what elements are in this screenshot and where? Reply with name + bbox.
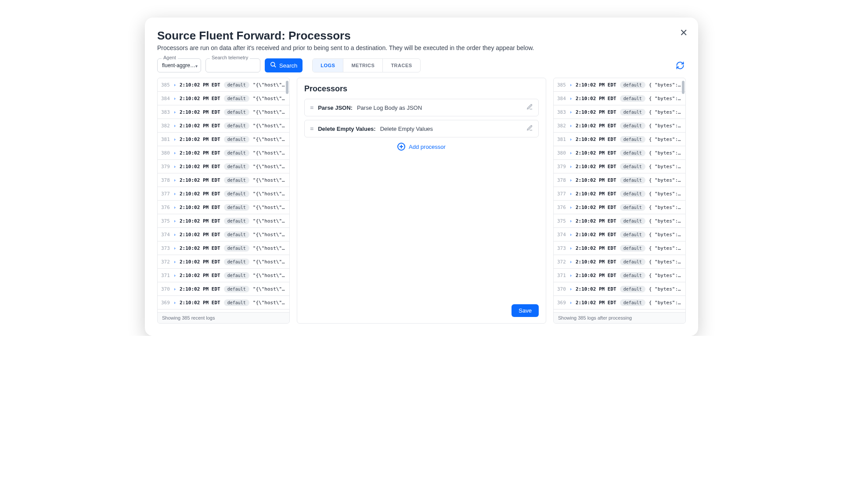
log-row[interactable]: 374›2:10:02 PM EDTdefault{ "bytes": 2356…	[554, 228, 685, 241]
edit-icon[interactable]	[526, 104, 533, 112]
log-row[interactable]: 385›2:10:02 PM EDTdefault{ "bytes": 1756…	[554, 78, 685, 92]
log-body: "{\"host\":\"43.15…	[253, 245, 286, 251]
chevron-right-icon: ›	[569, 300, 572, 305]
chevron-right-icon: ›	[173, 191, 176, 196]
drag-handle-icon[interactable]: ≡	[310, 104, 313, 111]
log-time: 2:10:02 PM EDT	[180, 232, 220, 238]
log-row[interactable]: 372›2:10:02 PM EDTdefault"{\"host\":\"20…	[158, 255, 289, 269]
svg-line-1	[274, 65, 276, 67]
chevron-right-icon: ›	[569, 96, 572, 101]
log-body: { "bytes": 23409, …	[649, 150, 682, 156]
add-processor-button[interactable]: Add processor	[304, 143, 539, 151]
log-row[interactable]: 375›2:10:02 PM EDTdefault"{\"host\":\"18…	[158, 214, 289, 228]
log-body: "{\"host\":\"149.1…	[253, 150, 286, 156]
log-row[interactable]: 370›2:10:02 PM EDTdefault"{\"host\":\"4.…	[158, 282, 289, 296]
log-tag: default	[620, 259, 645, 265]
log-row[interactable]: 380›2:10:02 PM EDTdefault"{\"host\":\"14…	[158, 146, 289, 160]
processors-panel: Processors ≡Parse JSON: Parse Log Body a…	[297, 78, 546, 324]
log-row[interactable]: 377›2:10:02 PM EDTdefault"{\"host\":\"14…	[158, 187, 289, 201]
log-row[interactable]: 379›2:10:02 PM EDTdefault{ "bytes": 2721…	[554, 160, 685, 173]
log-row[interactable]: 376›2:10:02 PM EDTdefault{ "bytes": 7196…	[554, 201, 685, 214]
log-row[interactable]: 379›2:10:02 PM EDTdefault"{\"host\":\"11…	[158, 160, 289, 173]
log-row[interactable]: 383›2:10:02 PM EDTdefault{ "bytes": 1133…	[554, 105, 685, 119]
chevron-right-icon: ›	[569, 287, 572, 292]
log-row[interactable]: 378›2:10:02 PM EDTdefault"{\"host\":\"12…	[158, 173, 289, 187]
tab-metrics[interactable]: METRICS	[343, 59, 383, 72]
log-row[interactable]: 369›2:10:02 PM EDTdefault"{\"host\":\"18…	[158, 296, 289, 310]
search-button[interactable]: Search	[265, 58, 303, 72]
log-row[interactable]: 373›2:10:02 PM EDTdefault"{\"host\":\"43…	[158, 241, 289, 255]
search-field: Search telemetry	[205, 58, 260, 72]
refresh-icon[interactable]	[674, 60, 686, 71]
log-tag: default	[620, 95, 645, 102]
log-tag: default	[224, 150, 249, 156]
log-row[interactable]: 383›2:10:02 PM EDTdefault"{\"host\":\"16…	[158, 105, 289, 119]
log-tag: default	[224, 218, 249, 224]
log-row[interactable]: 371›2:10:02 PM EDTdefault"{\"host\":\"69…	[158, 269, 289, 282]
scrollbar-thumb[interactable]	[682, 81, 684, 94]
agent-select[interactable]: fluent-aggre… ▾	[157, 58, 201, 72]
processed-logs-footer: Showing 385 logs after processing	[554, 312, 685, 323]
log-tag: default	[224, 204, 249, 211]
log-time: 2:10:02 PM EDT	[576, 232, 616, 238]
raw-logs-panel: 385›2:10:02 PM EDTdefault"{\"host\":\"12…	[157, 78, 290, 324]
log-time: 2:10:02 PM EDT	[576, 109, 616, 115]
log-row[interactable]: 372›2:10:02 PM EDTdefault{ "bytes": 1010…	[554, 255, 685, 269]
log-row[interactable]: 385›2:10:02 PM EDTdefault"{\"host\":\"12…	[158, 78, 289, 92]
log-row[interactable]: 371›2:10:02 PM EDTdefault{ "bytes": 4456…	[554, 269, 685, 282]
log-row[interactable]: 378›2:10:02 PM EDTdefault{ "bytes": 1371…	[554, 173, 685, 187]
log-row[interactable]: 384›2:10:02 PM EDTdefault{ "bytes": 3498…	[554, 92, 685, 105]
log-row[interactable]: 369›2:10:02 PM EDTdefault{ "bytes": 2432…	[554, 296, 685, 310]
log-row[interactable]: 370›2:10:02 PM EDTdefault{ "bytes": 1030…	[554, 282, 685, 296]
log-row[interactable]: 373›2:10:02 PM EDTdefault{ "bytes": 1635…	[554, 241, 685, 255]
log-row[interactable]: 380›2:10:02 PM EDTdefault{ "bytes": 2340…	[554, 146, 685, 160]
log-body: { "bytes": 13711, …	[649, 177, 682, 183]
tab-traces[interactable]: TRACES	[383, 59, 420, 72]
add-processor-label: Add processor	[409, 144, 446, 150]
log-time: 2:10:02 PM EDT	[180, 123, 220, 129]
telemetry-tabs: LOGS METRICS TRACES	[312, 58, 420, 72]
edit-icon[interactable]	[526, 125, 533, 133]
log-index: 375	[161, 218, 170, 224]
log-tag: default	[224, 122, 249, 129]
chevron-right-icon: ›	[569, 205, 572, 210]
processed-log-list[interactable]: 385›2:10:02 PM EDTdefault{ "bytes": 1756…	[554, 78, 685, 312]
tab-logs[interactable]: LOGS	[313, 59, 343, 72]
search-input[interactable]	[205, 58, 260, 72]
log-row[interactable]: 374›2:10:02 PM EDTdefault"{\"host\":\"58…	[158, 228, 289, 241]
chevron-right-icon: ›	[569, 83, 572, 87]
search-label: Search telemetry	[210, 55, 250, 60]
processors-dialog: ✕ Source Fluent Forward: Processors Proc…	[145, 18, 698, 336]
log-row[interactable]: 382›2:10:02 PM EDTdefault"{\"host\":\"10…	[158, 119, 289, 133]
log-body: "{\"host\":\"18.24…	[253, 218, 286, 224]
chevron-right-icon: ›	[173, 178, 176, 183]
log-body: "{\"host\":\"161.1…	[253, 109, 286, 115]
log-row[interactable]: 376›2:10:02 PM EDTdefault"{\"host\":\"18…	[158, 201, 289, 214]
processor-item[interactable]: ≡Parse JSON: Parse Log Body as JSON	[304, 99, 539, 116]
drag-handle-icon[interactable]: ≡	[310, 126, 313, 132]
close-icon[interactable]: ✕	[680, 27, 688, 39]
chevron-right-icon: ›	[569, 164, 572, 169]
processor-item[interactable]: ≡Delete Empty Values: Delete Empty Value…	[304, 120, 539, 137]
log-row[interactable]: 381›2:10:02 PM EDTdefault"{\"host\":\"23…	[158, 133, 289, 146]
save-button[interactable]: Save	[512, 304, 539, 317]
log-body: "{\"host\":\"69.10…	[253, 273, 286, 278]
log-row[interactable]: 384›2:10:02 PM EDTdefault"{\"host\":\"10…	[158, 92, 289, 105]
log-row[interactable]: 381›2:10:02 PM EDTdefault{ "bytes": 2457…	[554, 133, 685, 146]
chevron-right-icon: ›	[569, 151, 572, 155]
log-tag: default	[224, 231, 249, 238]
log-index: 382	[161, 123, 170, 129]
chevron-right-icon: ›	[173, 300, 176, 305]
raw-log-list[interactable]: 385›2:10:02 PM EDTdefault"{\"host\":\"12…	[158, 78, 289, 312]
log-tag: default	[224, 109, 249, 115]
log-row[interactable]: 382›2:10:02 PM EDTdefault{ "bytes": 1710…	[554, 119, 685, 133]
log-time: 2:10:02 PM EDT	[576, 96, 616, 101]
log-row[interactable]: 377›2:10:02 PM EDTdefault{ "bytes": 2570…	[554, 187, 685, 201]
log-tag: default	[620, 272, 645, 279]
chevron-right-icon: ›	[569, 246, 572, 251]
log-index: 385	[557, 82, 566, 88]
log-row[interactable]: 375›2:10:02 PM EDTdefault{ "bytes": 2219…	[554, 214, 685, 228]
scrollbar-thumb[interactable]	[286, 81, 288, 94]
log-tag: default	[620, 204, 645, 211]
log-time: 2:10:02 PM EDT	[180, 137, 220, 142]
